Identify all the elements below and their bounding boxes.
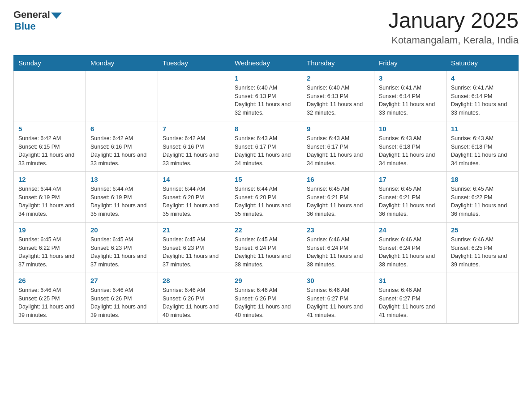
day-info: Sunrise: 6:46 AM Sunset: 6:27 PM Dayligh…: [307, 286, 369, 320]
day-number: 6: [90, 125, 153, 133]
day-number: 7: [163, 125, 225, 133]
calendar-cell: 2Sunrise: 6:40 AM Sunset: 6:13 PM Daylig…: [302, 70, 374, 121]
day-number: 9: [307, 125, 369, 133]
logo-general-text: General: [13, 9, 50, 21]
day-number: 14: [163, 176, 225, 183]
day-of-week-header: Sunday: [14, 55, 86, 70]
calendar-cell: 28Sunrise: 6:46 AM Sunset: 6:26 PM Dayli…: [158, 273, 230, 323]
calendar-cell: [158, 70, 230, 121]
day-number: 31: [379, 277, 442, 284]
calendar-cell: 8Sunrise: 6:43 AM Sunset: 6:17 PM Daylig…: [230, 121, 302, 171]
calendar-cell: 15Sunrise: 6:44 AM Sunset: 6:20 PM Dayli…: [230, 171, 302, 222]
calendar-week-row: 12Sunrise: 6:44 AM Sunset: 6:19 PM Dayli…: [14, 171, 519, 222]
calendar-week-row: 5Sunrise: 6:42 AM Sunset: 6:15 PM Daylig…: [14, 121, 519, 171]
day-info: Sunrise: 6:42 AM Sunset: 6:16 PM Dayligh…: [163, 134, 225, 168]
logo-arrow-icon: [51, 13, 62, 19]
day-info: Sunrise: 6:44 AM Sunset: 6:19 PM Dayligh…: [18, 185, 81, 218]
calendar-week-row: 26Sunrise: 6:46 AM Sunset: 6:25 PM Dayli…: [14, 273, 519, 323]
day-info: Sunrise: 6:44 AM Sunset: 6:20 PM Dayligh…: [163, 185, 225, 218]
calendar-week-row: 1Sunrise: 6:40 AM Sunset: 6:13 PM Daylig…: [14, 70, 519, 121]
day-number: 25: [451, 226, 514, 234]
calendar-cell: 18Sunrise: 6:45 AM Sunset: 6:22 PM Dayli…: [446, 171, 519, 222]
day-of-week-header: Thursday: [302, 55, 374, 70]
day-number: 16: [307, 176, 369, 183]
day-info: Sunrise: 6:42 AM Sunset: 6:16 PM Dayligh…: [90, 134, 153, 168]
calendar-cell: 25Sunrise: 6:46 AM Sunset: 6:25 PM Dayli…: [446, 222, 519, 273]
logo: General Blue: [13, 9, 62, 32]
day-info: Sunrise: 6:40 AM Sunset: 6:13 PM Dayligh…: [307, 84, 369, 117]
calendar-cell: [86, 70, 158, 121]
day-info: Sunrise: 6:42 AM Sunset: 6:15 PM Dayligh…: [18, 134, 81, 168]
day-of-week-header: Tuesday: [158, 55, 230, 70]
calendar-cell: 26Sunrise: 6:46 AM Sunset: 6:25 PM Dayli…: [14, 273, 86, 323]
day-number: 5: [18, 125, 81, 133]
day-number: 28: [163, 277, 225, 284]
day-number: 13: [90, 176, 153, 183]
day-number: 1: [235, 74, 297, 82]
day-number: 20: [90, 226, 153, 234]
day-info: Sunrise: 6:45 AM Sunset: 6:23 PM Dayligh…: [163, 235, 225, 269]
day-of-week-header: Saturday: [446, 55, 519, 70]
calendar-week-row: 19Sunrise: 6:45 AM Sunset: 6:22 PM Dayli…: [14, 222, 519, 273]
day-info: Sunrise: 6:45 AM Sunset: 6:21 PM Dayligh…: [379, 185, 442, 218]
logo-blue-text: Blue: [14, 21, 36, 32]
calendar-cell: [446, 273, 519, 323]
calendar-cell: 23Sunrise: 6:46 AM Sunset: 6:24 PM Dayli…: [302, 222, 374, 273]
day-number: 24: [379, 226, 442, 234]
calendar-header-row: SundayMondayTuesdayWednesdayThursdayFrid…: [14, 55, 519, 70]
day-info: Sunrise: 6:44 AM Sunset: 6:19 PM Dayligh…: [90, 185, 153, 218]
day-number: 2: [307, 74, 369, 82]
day-info: Sunrise: 6:41 AM Sunset: 6:14 PM Dayligh…: [379, 84, 442, 117]
calendar-cell: 31Sunrise: 6:46 AM Sunset: 6:27 PM Dayli…: [374, 273, 446, 323]
day-number: 22: [235, 226, 297, 234]
day-number: 29: [235, 277, 297, 284]
day-of-week-header: Wednesday: [230, 55, 302, 70]
calendar-cell: 9Sunrise: 6:43 AM Sunset: 6:17 PM Daylig…: [302, 121, 374, 171]
day-number: 4: [451, 74, 514, 82]
day-info: Sunrise: 6:43 AM Sunset: 6:17 PM Dayligh…: [235, 134, 297, 168]
day-number: 12: [18, 176, 81, 183]
day-number: 3: [379, 74, 442, 82]
day-info: Sunrise: 6:46 AM Sunset: 6:27 PM Dayligh…: [379, 286, 442, 320]
calendar-cell: 22Sunrise: 6:45 AM Sunset: 6:24 PM Dayli…: [230, 222, 302, 273]
day-info: Sunrise: 6:46 AM Sunset: 6:25 PM Dayligh…: [451, 235, 514, 269]
day-info: Sunrise: 6:45 AM Sunset: 6:24 PM Dayligh…: [235, 235, 297, 269]
month-title: January 2025: [388, 9, 519, 33]
calendar-cell: 7Sunrise: 6:42 AM Sunset: 6:16 PM Daylig…: [158, 121, 230, 171]
day-number: 21: [163, 226, 225, 234]
title-section: January 2025 Kotamangalam, Kerala, India: [388, 9, 519, 46]
calendar-cell: 29Sunrise: 6:46 AM Sunset: 6:26 PM Dayli…: [230, 273, 302, 323]
calendar-cell: 30Sunrise: 6:46 AM Sunset: 6:27 PM Dayli…: [302, 273, 374, 323]
calendar-cell: 24Sunrise: 6:46 AM Sunset: 6:24 PM Dayli…: [374, 222, 446, 273]
page-header: General Blue January 2025 Kotamangalam, …: [13, 9, 519, 46]
day-info: Sunrise: 6:46 AM Sunset: 6:24 PM Dayligh…: [307, 235, 369, 269]
day-number: 15: [235, 176, 297, 183]
calendar-cell: 1Sunrise: 6:40 AM Sunset: 6:13 PM Daylig…: [230, 70, 302, 121]
calendar-cell: 11Sunrise: 6:43 AM Sunset: 6:18 PM Dayli…: [446, 121, 519, 171]
day-info: Sunrise: 6:46 AM Sunset: 6:26 PM Dayligh…: [163, 286, 225, 320]
calendar-cell: 17Sunrise: 6:45 AM Sunset: 6:21 PM Dayli…: [374, 171, 446, 222]
calendar-cell: 27Sunrise: 6:46 AM Sunset: 6:26 PM Dayli…: [86, 273, 158, 323]
calendar-cell: 5Sunrise: 6:42 AM Sunset: 6:15 PM Daylig…: [14, 121, 86, 171]
calendar-cell: [14, 70, 86, 121]
day-info: Sunrise: 6:46 AM Sunset: 6:26 PM Dayligh…: [235, 286, 297, 320]
day-of-week-header: Friday: [374, 55, 446, 70]
day-number: 30: [307, 277, 369, 284]
day-info: Sunrise: 6:40 AM Sunset: 6:13 PM Dayligh…: [235, 84, 297, 117]
day-info: Sunrise: 6:45 AM Sunset: 6:21 PM Dayligh…: [307, 185, 369, 218]
calendar-cell: 16Sunrise: 6:45 AM Sunset: 6:21 PM Dayli…: [302, 171, 374, 222]
day-number: 10: [379, 125, 442, 133]
day-info: Sunrise: 6:43 AM Sunset: 6:18 PM Dayligh…: [451, 134, 514, 168]
day-number: 26: [18, 277, 81, 284]
calendar-cell: 4Sunrise: 6:41 AM Sunset: 6:14 PM Daylig…: [446, 70, 519, 121]
day-number: 8: [235, 125, 297, 133]
calendar-table: SundayMondayTuesdayWednesdayThursdayFrid…: [13, 55, 519, 324]
day-info: Sunrise: 6:44 AM Sunset: 6:20 PM Dayligh…: [235, 185, 297, 218]
day-number: 17: [379, 176, 442, 183]
day-info: Sunrise: 6:43 AM Sunset: 6:17 PM Dayligh…: [307, 134, 369, 168]
calendar-cell: 20Sunrise: 6:45 AM Sunset: 6:23 PM Dayli…: [86, 222, 158, 273]
calendar-cell: 14Sunrise: 6:44 AM Sunset: 6:20 PM Dayli…: [158, 171, 230, 222]
calendar-cell: 13Sunrise: 6:44 AM Sunset: 6:19 PM Dayli…: [86, 171, 158, 222]
day-info: Sunrise: 6:45 AM Sunset: 6:22 PM Dayligh…: [451, 185, 514, 218]
day-info: Sunrise: 6:46 AM Sunset: 6:24 PM Dayligh…: [379, 235, 442, 269]
